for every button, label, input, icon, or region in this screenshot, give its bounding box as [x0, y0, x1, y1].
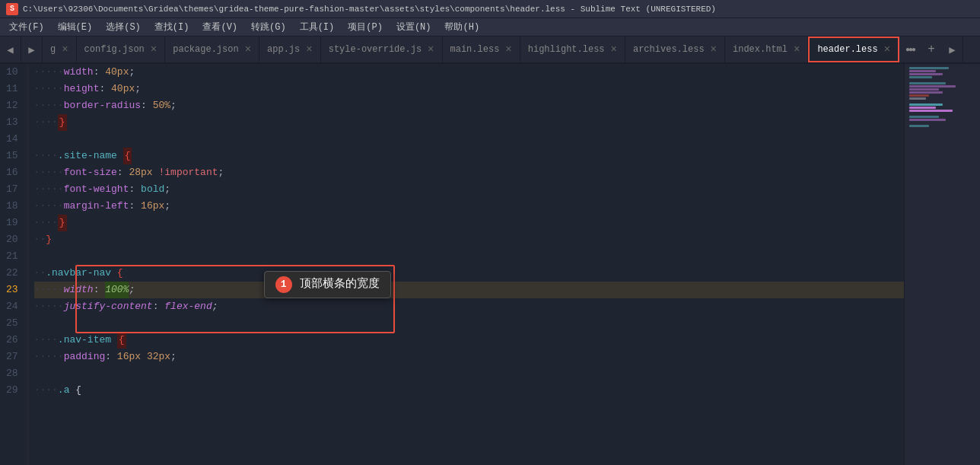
menu-project[interactable]: 项目(P) — [342, 19, 389, 35]
tab-config-json-close[interactable]: × — [151, 43, 157, 56]
line-num-20: 20 — [6, 231, 18, 248]
tab-main-less[interactable]: main.less × — [443, 37, 520, 62]
code-line-27: ···· · padding: 16px 32px; — [34, 349, 904, 365]
tab-highlight-less-close[interactable]: × — [611, 43, 617, 56]
code-editor[interactable]: ···· · width: 40px; ···· · height: 40px;… — [28, 64, 904, 465]
line-num-22: 22 — [6, 265, 18, 282]
tab-index-html-close[interactable]: × — [794, 43, 800, 56]
tab-app-js[interactable]: app.js × — [259, 37, 321, 62]
line-num-26: 26 — [6, 332, 18, 349]
tab-g[interactable]: g × — [43, 37, 77, 62]
code-line-21 — [34, 248, 904, 265]
code-line-25 — [34, 315, 904, 332]
tab-highlight-less-label: highlight.less — [528, 44, 605, 55]
tab-package-json[interactable]: package.json × — [165, 37, 259, 62]
tab-style-override-label: style-override.js — [329, 44, 422, 55]
tab-prev-btn[interactable]: ◀ — [0, 37, 21, 62]
code-line-20: ·· } — [34, 231, 904, 248]
code-line-22: ·· .navbar-nav { — [34, 265, 904, 282]
line-numbers: 10 11 12 13 14 15 16 17 18 19 20 21 22 2… — [0, 64, 28, 465]
tab-index-html-label: index.html — [733, 44, 788, 55]
tab-bar: ◀ ▶ g × config.json × package.json × app… — [0, 37, 980, 64]
menu-goto[interactable]: 转跳(G) — [245, 19, 292, 35]
tab-main-less-label: main.less — [450, 44, 500, 55]
menu-tools[interactable]: 工具(I) — [294, 19, 341, 35]
menu-help[interactable]: 帮助(H) — [438, 19, 485, 35]
tooltip-text: 顶部横条的宽度 — [300, 276, 380, 293]
line-num-29: 29 — [6, 382, 18, 399]
line-num-27: 27 — [6, 349, 18, 365]
code-line-17: ···· · font-weight: bold; — [34, 181, 904, 198]
tab-package-json-label: package.json — [173, 44, 238, 55]
tab-style-override[interactable]: style-override.js × — [321, 37, 443, 62]
tab-add-btn[interactable]: + — [921, 37, 942, 62]
tab-highlight-less[interactable]: highlight.less × — [520, 37, 625, 62]
tooltip-badge: 1 — [275, 276, 292, 293]
code-line-24: ···· · justify-content: flex-end; — [34, 298, 904, 315]
line-num-16: 16 — [6, 164, 18, 181]
minimap[interactable] — [904, 64, 980, 465]
tab-package-json-close[interactable]: × — [245, 43, 251, 56]
code-line-16: ···· · font-size: 28px !important; — [34, 164, 904, 181]
app-icon: S — [6, 3, 18, 15]
line-num-17: 17 — [6, 181, 18, 198]
menu-select[interactable]: 选择(S) — [100, 19, 147, 35]
tab-g-close[interactable]: × — [62, 43, 68, 56]
code-line-26: ···· .nav-item { — [34, 332, 904, 349]
line-num-15: 15 — [6, 148, 18, 164]
menu-file[interactable]: 文件(F) — [3, 19, 50, 35]
line-num-19: 19 — [6, 215, 18, 231]
tab-app-js-close[interactable]: × — [306, 43, 312, 56]
window-title: C:\Users\92306\Documents\Gridea\themes\g… — [23, 5, 716, 14]
line-num-23: 23 — [6, 282, 18, 298]
tab-header-less[interactable]: header.less × — [808, 37, 899, 62]
tab-header-less-label: header.less — [817, 44, 877, 55]
line-num-12: 12 — [6, 97, 18, 114]
menu-edit[interactable]: 编辑(E) — [52, 19, 99, 35]
tab-config-json[interactable]: config.json × — [77, 37, 166, 62]
menu-settings[interactable]: 设置(N) — [390, 19, 438, 35]
tab-app-js-label: app.js — [267, 44, 300, 55]
code-line-19: ···· } — [34, 215, 904, 231]
line-num-11: 11 — [6, 81, 18, 97]
line-num-10: 10 — [6, 64, 18, 81]
code-line-14 — [34, 131, 904, 148]
tab-config-json-label: config.json — [84, 44, 145, 55]
line-num-14: 14 — [6, 131, 18, 148]
tab-archives-less-label: archives.less — [633, 44, 705, 55]
line-num-25: 25 — [6, 315, 18, 332]
code-line-12: ···· · border-radius: 50%; — [34, 97, 904, 114]
tab-scroll-right[interactable]: ▶ — [942, 37, 963, 62]
code-line-23: ···· · width: 100%; — [34, 282, 904, 298]
tab-main-less-close[interactable]: × — [505, 43, 511, 56]
tab-next-btn[interactable]: ▶ — [21, 37, 43, 62]
code-line-29: ···· .a { — [34, 382, 904, 399]
tab-archives-less[interactable]: archives.less × — [625, 37, 725, 62]
tab-header-less-close[interactable]: × — [884, 43, 890, 56]
minimap-content — [905, 64, 980, 131]
editor-area: 10 11 12 13 14 15 16 17 18 19 20 21 22 2… — [0, 64, 980, 465]
tooltip-bubble: 1 顶部横条的宽度 — [264, 271, 391, 298]
menu-bar: 文件(F) 编辑(E) 选择(S) 查找(I) 查看(V) 转跳(G) 工具(I… — [0, 18, 980, 37]
code-line-15: ···· .site-name { — [34, 148, 904, 164]
code-line-11: ···· · height: 40px; — [34, 81, 904, 97]
title-bar: S C:\Users\92306\Documents\Gridea\themes… — [0, 0, 980, 18]
menu-find[interactable]: 查找(I) — [148, 19, 196, 35]
tab-index-html[interactable]: index.html × — [725, 37, 808, 62]
line-num-24: 24 — [6, 298, 18, 315]
code-line-28 — [34, 365, 904, 382]
line-num-13: 13 — [6, 114, 18, 131]
line-num-28: 28 — [6, 365, 18, 382]
code-line-10: ···· · width: 40px; — [34, 64, 904, 81]
menu-view[interactable]: 查看(V) — [196, 19, 243, 35]
line-num-21: 21 — [6, 248, 18, 265]
line-num-18: 18 — [6, 198, 18, 215]
tab-style-override-close[interactable]: × — [428, 43, 434, 56]
code-line-18: ···· · margin-left: 16px; — [34, 198, 904, 215]
tab-archives-less-close[interactable]: × — [711, 43, 717, 56]
tab-g-label: g — [50, 44, 56, 55]
code-line-13: ···· } — [34, 114, 904, 131]
tab-overflow-btn[interactable]: ●●● — [899, 37, 921, 62]
